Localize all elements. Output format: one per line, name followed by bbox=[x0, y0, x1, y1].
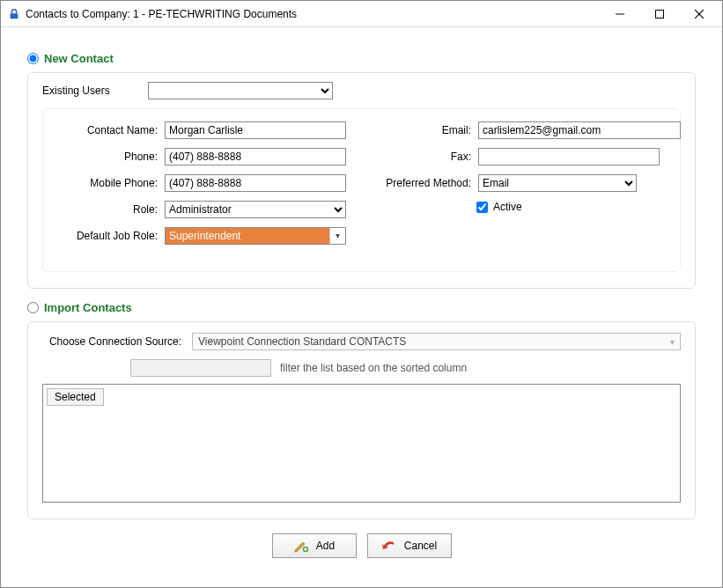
contact-name-field: Contact Name: bbox=[59, 121, 346, 139]
window: Contacts to Company: 1 - PE-TECHWRITING … bbox=[0, 0, 723, 588]
active-checkbox[interactable] bbox=[476, 202, 488, 213]
lock-icon bbox=[8, 8, 20, 20]
pencil-plus-icon bbox=[293, 538, 309, 554]
fields-right: Email: Fax: Preferred Method: Email bbox=[373, 121, 681, 254]
new-contact-panel: Existing Users Contact Name: Phone: bbox=[27, 72, 696, 289]
email-label: Email: bbox=[373, 124, 478, 136]
window-title: Contacts to Company: 1 - PE-TECHWRITING … bbox=[26, 8, 600, 20]
preferred-method-field: Preferred Method: Email bbox=[373, 174, 681, 192]
maximize-button[interactable] bbox=[639, 2, 679, 26]
filter-input[interactable] bbox=[130, 359, 271, 377]
filter-hint: filter the list based on the sorted colu… bbox=[280, 362, 467, 374]
existing-users-select[interactable] bbox=[148, 82, 333, 99]
role-field: Role: Administrator bbox=[59, 201, 346, 218]
svg-rect-0 bbox=[11, 13, 18, 18]
connection-source-value: Viewpoint Connection Standard CONTACTS bbox=[198, 335, 406, 348]
role-label: Role: bbox=[59, 203, 165, 216]
dialog-buttons: Add Cancel bbox=[27, 533, 696, 558]
fax-field-row: Fax: bbox=[373, 148, 681, 165]
mobile-phone-label: Mobile Phone: bbox=[59, 177, 165, 189]
mobile-phone-input[interactable] bbox=[165, 174, 346, 192]
preferred-method-label: Preferred Method: bbox=[373, 177, 478, 189]
fax-label: Fax: bbox=[373, 151, 478, 163]
content: New Contact Existing Users Contact Name: bbox=[1, 27, 722, 569]
existing-users-row: Existing Users bbox=[42, 82, 681, 99]
default-job-role-label: Default Job Role: bbox=[59, 230, 165, 242]
import-contacts-radio[interactable] bbox=[27, 302, 39, 313]
mobile-phone-field: Mobile Phone: bbox=[59, 174, 346, 192]
contact-name-input[interactable] bbox=[165, 121, 346, 139]
phone-label: Phone: bbox=[59, 151, 165, 163]
default-job-role-select[interactable]: Superintendent ▾ bbox=[165, 227, 346, 245]
chevron-down-icon: ▾ bbox=[670, 337, 675, 347]
default-job-role-value: Superintendent bbox=[166, 228, 329, 244]
cancel-button-label: Cancel bbox=[404, 540, 437, 552]
cancel-button[interactable]: Cancel bbox=[367, 533, 452, 558]
active-checkbox-row: Active bbox=[476, 201, 681, 213]
new-contact-radio-row: New Contact bbox=[27, 52, 696, 65]
contacts-list[interactable]: Selected bbox=[42, 384, 681, 503]
new-contact-label: New Contact bbox=[44, 52, 114, 65]
contact-name-label: Contact Name: bbox=[59, 124, 165, 136]
existing-users-label: Existing Users bbox=[42, 85, 148, 97]
import-contacts-radio-row: Import Contacts bbox=[27, 301, 696, 314]
new-contact-radio[interactable] bbox=[27, 53, 39, 64]
email-input[interactable] bbox=[478, 121, 681, 139]
add-button-label: Add bbox=[316, 540, 335, 552]
window-controls bbox=[600, 2, 719, 26]
phone-field: Phone: bbox=[59, 148, 346, 165]
phone-input[interactable] bbox=[165, 148, 346, 165]
import-contacts-label: Import Contacts bbox=[44, 301, 132, 314]
default-job-role-field: Default Job Role: Superintendent ▾ bbox=[59, 227, 346, 245]
preferred-method-select[interactable]: Email bbox=[478, 174, 637, 192]
role-select[interactable]: Administrator bbox=[165, 201, 346, 218]
minimize-button[interactable] bbox=[600, 2, 639, 26]
filter-row: filter the list based on the sorted colu… bbox=[130, 359, 681, 377]
chevron-down-icon: ▾ bbox=[329, 228, 345, 244]
fields-grid: Contact Name: Phone: Mobile Phone: bbox=[59, 121, 664, 254]
svg-rect-2 bbox=[655, 10, 663, 18]
active-label: Active bbox=[493, 201, 522, 213]
contact-fields-panel: Contact Name: Phone: Mobile Phone: bbox=[42, 108, 681, 272]
add-button[interactable]: Add bbox=[272, 533, 357, 558]
undo-arrow-icon bbox=[381, 538, 397, 554]
close-button[interactable] bbox=[679, 2, 719, 26]
connection-source-select[interactable]: Viewpoint Connection Standard CONTACTS ▾ bbox=[192, 333, 681, 350]
email-field-row: Email: bbox=[373, 121, 681, 139]
fax-input[interactable] bbox=[478, 148, 660, 165]
selected-column-header[interactable]: Selected bbox=[47, 388, 104, 406]
fields-left: Contact Name: Phone: Mobile Phone: bbox=[59, 121, 346, 254]
import-panel: Choose Connection Source: Viewpoint Conn… bbox=[27, 321, 696, 519]
choose-connection-label: Choose Connection Source: bbox=[42, 335, 192, 348]
choose-connection-row: Choose Connection Source: Viewpoint Conn… bbox=[42, 333, 681, 350]
titlebar: Contacts to Company: 1 - PE-TECHWRITING … bbox=[1, 1, 722, 27]
